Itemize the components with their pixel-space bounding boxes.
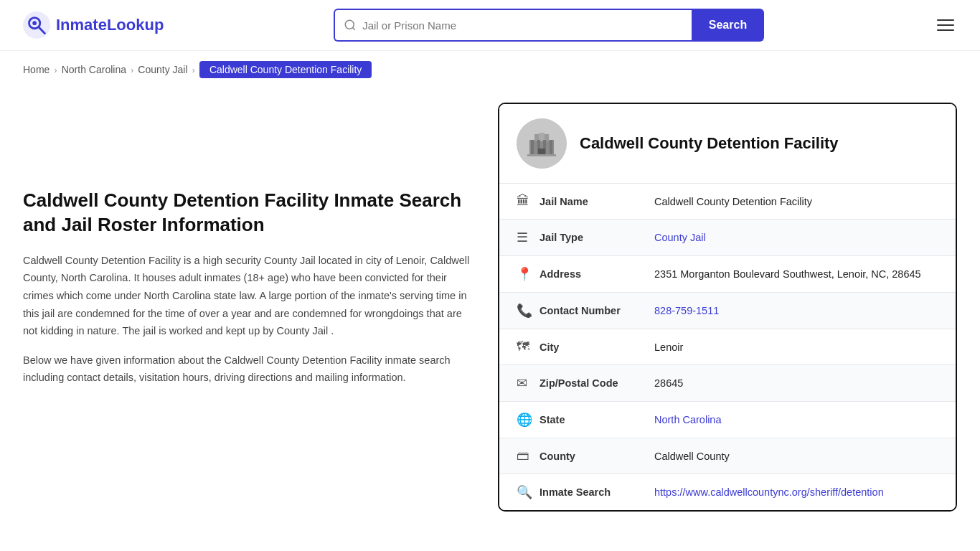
left-column: Caldwell County Detention Facility Inmat…	[23, 103, 475, 512]
city-icon: 🗺	[517, 339, 540, 354]
list-icon: ☰	[517, 230, 540, 245]
row-label-inmate-search: Inmate Search	[540, 486, 654, 498]
state-link[interactable]: North Carolina	[654, 414, 722, 425]
menu-line-2	[937, 24, 954, 26]
hamburger-menu-button[interactable]	[934, 17, 957, 34]
table-row: 📞 Contact Number 828-759-1511	[499, 293, 956, 329]
row-label-jail-type: Jail Type	[540, 232, 654, 243]
breadcrumb-jail-type[interactable]: County Jail	[138, 64, 187, 75]
row-value-zip: 28645	[654, 377, 938, 389]
table-row: 📍 Address 2351 Morganton Boulevard South…	[499, 256, 956, 293]
row-value-inmate-search[interactable]: https://www.caldwellcountync.org/sheriff…	[654, 486, 938, 498]
table-row: 🗺 City Lenoir	[499, 329, 956, 365]
jail-type-link[interactable]: County Jail	[654, 232, 706, 243]
table-row: 🌐 State North Carolina	[499, 402, 956, 438]
table-row: 🔍 Inmate Search https://www.caldwellcoun…	[499, 474, 956, 510]
breadcrumb-sep-3: ›	[192, 65, 195, 75]
main-content: Caldwell County Detention Facility Inmat…	[0, 88, 980, 526]
search-area: Search	[334, 9, 764, 42]
inmate-search-link[interactable]: https://www.caldwellcountync.org/sheriff…	[654, 486, 884, 498]
svg-point-4	[345, 20, 354, 29]
right-column: Caldwell County Detention Facility 🏛 Jai…	[498, 103, 957, 512]
row-value-county: Caldwell County	[654, 451, 938, 462]
svg-line-5	[353, 27, 355, 29]
row-label-zip: Zip/Postal Code	[540, 377, 654, 389]
row-value-jail-name: Caldwell County Detention Facility	[654, 196, 938, 207]
mail-icon: ✉	[517, 375, 540, 391]
table-row: 🗃 County Caldwell County	[499, 438, 956, 474]
table-row: 🏛 Jail Name Caldwell County Detention Fa…	[499, 184, 956, 220]
table-row: ✉ Zip/Postal Code 28645	[499, 365, 956, 402]
description-para-1: Caldwell County Detention Facility is a …	[23, 252, 475, 340]
row-value-address: 2351 Morganton Boulevard Southwest, Leno…	[654, 268, 938, 280]
row-value-state[interactable]: North Carolina	[654, 414, 938, 425]
search-icon: 🔍	[517, 484, 540, 500]
globe-icon: 🌐	[517, 412, 540, 428]
row-value-city: Lenoir	[654, 342, 938, 353]
facility-thumbnail	[517, 118, 567, 169]
svg-rect-15	[527, 154, 556, 156]
menu-line-1	[937, 19, 954, 21]
breadcrumb-active: Caldwell County Detention Facility	[199, 61, 372, 78]
description-para-2: Below we have given information about th…	[23, 352, 475, 387]
row-label-address: Address	[540, 268, 654, 280]
row-label-county: County	[540, 451, 654, 462]
logo-text: InmateLookup	[56, 16, 164, 34]
county-icon: 🗃	[517, 448, 540, 463]
row-label-jail-name: Jail Name	[540, 196, 654, 207]
search-icon	[344, 19, 357, 32]
page-heading: Caldwell County Detention Facility Inmat…	[23, 189, 475, 237]
breadcrumb-sep-2: ›	[131, 65, 133, 75]
logo-icon	[23, 11, 50, 39]
logo[interactable]: InmateLookup	[23, 11, 164, 39]
row-value-contact[interactable]: 828-759-1511	[654, 305, 938, 316]
svg-point-3	[32, 21, 37, 25]
row-label-state: State	[540, 414, 654, 425]
row-label-contact: Contact Number	[540, 305, 654, 316]
header: InmateLookup Search	[0, 0, 980, 51]
svg-rect-10	[531, 140, 534, 156]
breadcrumb-home[interactable]: Home	[23, 64, 50, 75]
breadcrumb-sep-1: ›	[54, 65, 57, 75]
info-card-header: Caldwell County Detention Facility	[499, 104, 956, 184]
table-row: ☰ Jail Type County Jail	[499, 220, 956, 256]
search-input[interactable]	[362, 19, 683, 32]
location-icon: 📍	[517, 266, 540, 282]
svg-point-0	[23, 11, 50, 39]
phone-icon: 📞	[517, 303, 540, 319]
svg-rect-13	[550, 140, 552, 156]
row-label-city: City	[540, 342, 654, 353]
facility-image	[517, 118, 567, 169]
row-value-jail-type[interactable]: County Jail	[654, 232, 938, 243]
phone-link[interactable]: 828-759-1511	[654, 305, 719, 316]
search-button[interactable]: Search	[692, 9, 764, 42]
search-input-wrapper	[334, 9, 692, 42]
breadcrumb-state[interactable]: North Carolina	[62, 64, 126, 75]
info-card: Caldwell County Detention Facility 🏛 Jai…	[498, 103, 957, 512]
jail-icon: 🏛	[517, 194, 540, 209]
menu-line-3	[937, 29, 954, 31]
info-card-title: Caldwell County Detention Facility	[580, 134, 839, 153]
breadcrumb: Home › North Carolina › County Jail › Ca…	[0, 51, 980, 88]
